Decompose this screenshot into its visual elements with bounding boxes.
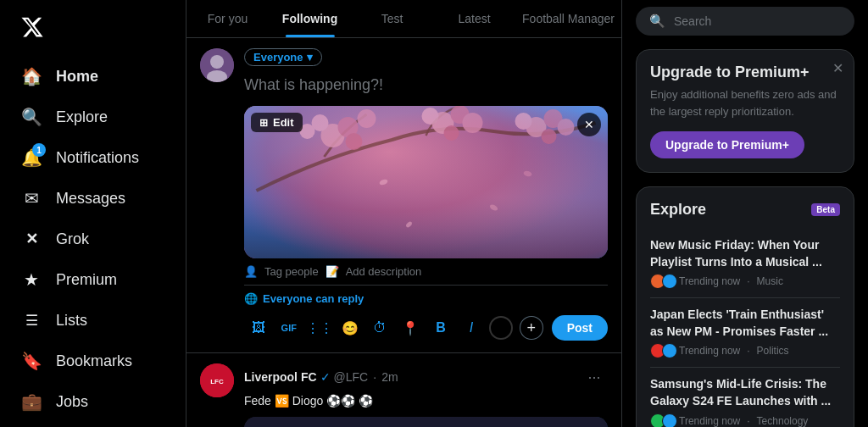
- add-thread-button[interactable]: +: [520, 316, 543, 340]
- compose-toolbar: 🖼 GIF ⋮⋮ 😊 ⏱ 📍 B I + Post: [244, 313, 608, 342]
- svg-point-18: [542, 129, 557, 144]
- sidebar-label-home: Home: [56, 68, 98, 86]
- explore-trending-0: Trending now: [679, 275, 740, 287]
- explore-category-2: Technology: [757, 415, 809, 427]
- tab-test[interactable]: Test: [351, 0, 433, 37]
- tab-latest[interactable]: Latest: [433, 0, 515, 37]
- search-box[interactable]: 🔍: [636, 7, 854, 36]
- person-icon: 👤: [244, 265, 258, 278]
- edit-image-button[interactable]: ⊞ Edit: [251, 113, 303, 132]
- search-input[interactable]: [674, 14, 841, 28]
- explore-trending-1: Trending now: [679, 345, 740, 357]
- emoji-button[interactable]: 😊: [336, 313, 364, 342]
- explore-avatars-1: [650, 343, 674, 358]
- sidebar-item-home[interactable]: 🏠 Home: [10, 57, 175, 96]
- sidebar-item-grok[interactable]: ✕ Grok: [10, 219, 175, 258]
- location-button[interactable]: 📍: [396, 313, 425, 342]
- beta-badge: Beta: [811, 203, 840, 216]
- add-description-link[interactable]: Add description: [346, 265, 422, 278]
- explore-card: Explore Beta New Music Friday: When Your…: [636, 186, 854, 427]
- premium-icon: ★: [20, 269, 42, 291]
- home-icon: 🏠: [20, 65, 42, 87]
- sidebar-item-messages[interactable]: ✉ Messages: [10, 179, 175, 218]
- sidebar-item-lists[interactable]: ☰ Lists: [10, 301, 175, 340]
- italic-button[interactable]: I: [457, 313, 486, 342]
- twitter-logo[interactable]: [10, 7, 175, 55]
- sidebar-item-jobs[interactable]: 💼 Jobs: [10, 382, 175, 421]
- explore-item-meta-1: Trending now · Politics: [650, 343, 840, 358]
- svg-point-1: [210, 55, 224, 69]
- explore-header: Explore Beta: [650, 201, 840, 219]
- notifications-icon: 🔔 1: [20, 147, 42, 169]
- tag-people-link[interactable]: Tag people: [264, 265, 319, 278]
- lists-icon: ☰: [20, 309, 42, 331]
- tweet-liverpool: LFC Liverpool FC ✓ @LFC · 2m ··· Fede 🆚 …: [186, 353, 621, 427]
- premium-close-button[interactable]: ✕: [832, 60, 843, 76]
- sidebar: 🏠 Home 🔍 Explore 🔔 1 Notifications ✉ Mes…: [0, 0, 186, 427]
- sidebar-item-premium[interactable]: ★ Premium: [10, 260, 175, 299]
- explore-avatar-f: [662, 413, 677, 427]
- audience-button[interactable]: Everyone ▾: [244, 48, 322, 66]
- sidebar-item-explore[interactable]: 🔍 Explore: [10, 97, 175, 136]
- notification-badge: 1: [32, 143, 46, 157]
- compose-placeholder[interactable]: What is happening?!: [244, 71, 608, 99]
- explore-avatar-d: [662, 343, 677, 358]
- tweet-more-button[interactable]: ···: [581, 363, 608, 391]
- right-panel: 🔍 ✕ Upgrade to Premium+ Enjoy additional…: [622, 0, 868, 427]
- gif-button[interactable]: GIF: [275, 313, 303, 342]
- verified-icon: ✓: [320, 370, 331, 384]
- compose-right: Everyone ▾ What is happening?!: [244, 48, 608, 342]
- edit-label: Edit: [273, 116, 294, 129]
- main-feed: For you Following Test Latest Football M…: [186, 0, 622, 427]
- explore-icon: 🔍: [20, 106, 42, 128]
- sidebar-label-messages: Messages: [56, 190, 125, 208]
- tweet-name-row: Liverpool FC ✓ @LFC · 2m: [244, 370, 398, 384]
- reply-permission-label: Everyone can reply: [263, 292, 364, 305]
- explore-trending-2: Trending now: [679, 415, 740, 427]
- image-button[interactable]: 🖼: [244, 313, 273, 342]
- sidebar-label-notifications: Notifications: [56, 149, 139, 167]
- sidebar-label-lists: Lists: [56, 312, 87, 330]
- compose-meta: 👤 Tag people 📝 Add description: [244, 265, 608, 278]
- audience-label: Everyone: [253, 51, 303, 64]
- explore-item-2[interactable]: Samsung's Mid-Life Crisis: The Galaxy S2…: [650, 368, 840, 427]
- svg-point-11: [422, 108, 439, 125]
- tab-for-you[interactable]: For you: [186, 0, 269, 37]
- tweet-content-area: Liverpool FC ✓ @LFC · 2m ··· Fede 🆚 Diog…: [244, 363, 608, 427]
- sidebar-item-bookmarks[interactable]: 🔖 Bookmarks: [10, 341, 175, 380]
- close-image-button[interactable]: ✕: [577, 113, 601, 136]
- upgrade-premium-button[interactable]: Upgrade to Premium+: [650, 131, 804, 158]
- explore-item-1[interactable]: Japan Elects 'Train Enthusiast' as New P…: [650, 298, 840, 368]
- search-icon: 🔍: [649, 14, 665, 29]
- premium-title: Upgrade to Premium+: [650, 64, 840, 81]
- svg-point-20: [489, 203, 499, 212]
- sidebar-label-explore: Explore: [56, 108, 108, 126]
- grok-icon: ✕: [20, 228, 42, 250]
- premium-description: Enjoy additional benefits zero ads and t…: [650, 86, 840, 119]
- bold-button[interactable]: B: [426, 313, 455, 342]
- explore-avatar-b: [662, 274, 677, 289]
- tab-bar: For you Following Test Latest Football M…: [186, 0, 621, 38]
- jobs-icon: 💼: [20, 391, 42, 413]
- schedule-button[interactable]: ⏱: [365, 313, 394, 342]
- sidebar-item-communities[interactable]: 👥 Communities: [10, 423, 175, 427]
- description-icon: 📝: [326, 265, 339, 278]
- chevron-down-icon: ▾: [307, 51, 313, 64]
- tweet-author-name: Liverpool FC: [244, 370, 317, 384]
- post-button[interactable]: Post: [552, 315, 608, 341]
- tab-football-manager[interactable]: Football Manager: [515, 0, 621, 37]
- sidebar-label-jobs: Jobs: [56, 393, 88, 411]
- svg-point-21: [405, 220, 413, 228]
- explore-item-0[interactable]: New Music Friday: When Your Playlist Tur…: [650, 229, 840, 298]
- svg-point-13: [444, 125, 459, 141]
- messages-icon: ✉: [20, 187, 42, 209]
- sidebar-label-grok: Grok: [56, 230, 89, 248]
- explore-item-title-1: Japan Elects 'Train Enthusiast' as New P…: [650, 307, 840, 340]
- tweet-avatar-lfc: LFC: [200, 363, 234, 397]
- explore-avatars-0: [650, 274, 674, 289]
- tab-following[interactable]: Following: [269, 0, 351, 37]
- list-button[interactable]: ⋮⋮: [305, 313, 334, 342]
- svg-point-12: [463, 113, 483, 133]
- sidebar-item-notifications[interactable]: 🔔 1 Notifications: [10, 138, 175, 177]
- compose-image-preview: ⊞ Edit ✕: [244, 106, 608, 258]
